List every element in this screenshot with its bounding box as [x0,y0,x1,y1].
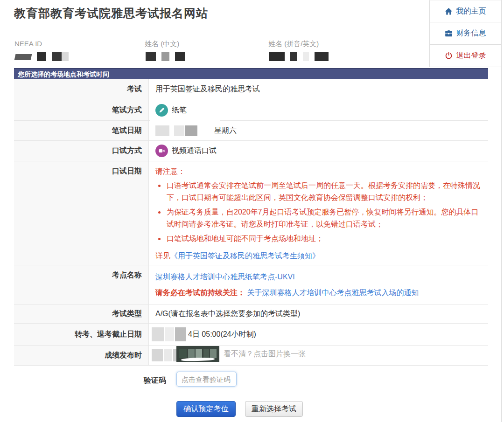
speaking-date-notice: 请注意： 口语考试通常会安排在笔试前一周至笔试后一周的任意一天。根据考务安排的需… [148,161,488,265]
written-date-redacted [155,125,169,136]
page: 教育部教育考试院雅思考试报名网站 我的主页 财务信息 退出登录 NEEA ID … [0,0,504,422]
booking-table: 您所选择的考场地点和考试时间 考试 用于英国签证及移民的雅思考试 笔试方式 纸笔… [14,68,488,366]
home-icon [445,7,453,15]
menu-item-label: 财务信息 [456,28,486,38]
written-mode-value: 纸笔 [172,105,187,115]
captcha-redacted [179,349,187,358]
exam-label: 考试 [14,79,148,100]
captcha-redacted [210,349,217,358]
reselect-exam-button[interactable]: 重新选择考试 [245,401,303,417]
menu-item-label: 退出登录 [456,51,486,61]
table-row-speaking-date: 口试日期 请注意： 口语考试通常会安排在笔试前一周至笔试后一周的任意一天。根据考… [14,161,488,265]
name-en-label: 姓名 (拼音/英文) [268,40,319,48]
written-date-redacted [185,125,197,136]
score-release-redacted [152,349,163,361]
deadline-redacted [165,327,174,341]
venue-value-cell: 深圳赛格人才培训中心雅思纸笔考点-UKVI 请务必在考试前持续关注： 关于深圳赛… [148,265,488,304]
page-title: 教育部教育考试院雅思考试报名网站 [14,6,208,21]
written-date-weekday: 星期六 [214,126,237,136]
speaking-date-label: 口试日期 [14,161,148,265]
score-release-label: 成绩发布时 [14,346,148,365]
redaction-patch [150,119,220,122]
written-date-label: 笔试日期 [14,121,148,140]
venue-alert-prefix: 请务必在考试前持续关注： [155,289,245,297]
deadline-redacted [152,327,164,341]
captcha-redacted [188,349,195,358]
menu-item-label: 我的主页 [456,7,486,16]
table-row-exam: 考试 用于英国签证及移民的雅思考试 [14,79,488,100]
captcha-redacted [203,349,209,358]
written-date-redacted [174,125,184,136]
neea-id-value-redacted [15,52,69,61]
table-row-speaking-mode: 口试方式 视频通话口试 [14,141,488,161]
captcha-refresh-hint[interactable]: 看不清？点击图片换一张 [224,349,306,359]
booking-table-header: 您所选择的考场地点和考试时间 [14,68,488,79]
menu-item-finance-info[interactable]: 财务信息 [429,22,501,45]
table-row-venue: 考点名称 深圳赛格人才培训中心雅思纸笔考点-UKVI 请务必在考试前持续关注： … [14,265,488,304]
transfer-deadline-value: 4日 05:00(24小时制) [188,330,256,339]
table-row-written-mode: 笔试方式 纸笔 [14,100,488,121]
notice-bullet-list: 口语考试通常会安排在笔试前一周至笔试后一周的任意一天。根据考务安排的需要，在特殊… [166,180,482,245]
confirm-booking-button[interactable]: 确认预定考位 [176,401,236,417]
name-cn-value-redacted [146,52,185,61]
table-row-written-date: 笔试日期 星期六 [14,121,488,141]
briefcase-icon [445,29,453,37]
menu-item-logout[interactable]: 退出登录 [429,45,501,67]
table-row-exam-type: 考试类型 A/G(请在报名表中选择您要参加的考试类型) [14,304,488,324]
notice-bullet: 口笔试场地和地址可能不同于考点场地和地址； [166,233,482,245]
exam-type-value: A/G(请在报名表中选择您要参加的考试类型) [148,304,488,323]
captcha-redacted [196,349,202,358]
page-right-border [501,0,502,422]
notice-bullet: 口语考试通常会安排在笔试前一周至笔试后一周的任意一天。根据考务安排的需要，在特殊… [166,180,482,204]
speaking-mode-value: 视频通话口试 [172,146,217,156]
name-en-value-redacted [269,52,329,61]
video-camera-icon [155,145,168,157]
see-also-line: 详见《用于英国签证及移民的雅思考试考生须知》 [155,251,482,261]
written-mode-label: 笔试方式 [14,100,148,120]
power-icon [445,52,453,60]
captcha-input[interactable] [176,372,237,387]
venue-link[interactable]: 深圳赛格人才培训中心雅思纸笔考点-UKVI [155,273,295,281]
notice-block: 请注意： 口语考试通常会安排在笔试前一周至笔试后一周的任意一天。根据考务安排的需… [155,167,482,261]
exam-value: 用于英国签证及移民的雅思考试 [148,79,488,100]
pencil-icon [155,104,168,117]
candidate-notes-link[interactable]: 《用于英国签证及移民的雅思考试考生须知》 [170,252,320,260]
venue-entry-notice-link[interactable]: 关于深圳赛格人才培训中心考点雅思考试入场的通知 [247,289,419,297]
written-date-value-cell: 星期六 [148,121,488,140]
speaking-mode-value-cell: 视频通话口试 [148,141,488,161]
deadline-redacted [175,327,186,341]
table-row-transfer-deadline: 转考、退考截止日期 4日 05:00(24小时制) [14,324,488,346]
notice-title: 请注意： [155,167,482,177]
captcha-label: 验证码 [144,376,166,386]
transfer-deadline-value-cell: 4日 05:00(24小时制) [148,324,488,345]
transfer-deadline-label: 转考、退考截止日期 [14,324,148,345]
venue-label: 考点名称 [14,265,148,304]
neea-id-label: NEEA ID [14,40,42,48]
captcha-image[interactable] [176,346,219,362]
exam-type-label: 考试类型 [14,304,148,323]
speaking-mode-label: 口试方式 [14,141,148,161]
name-cn-label: 姓名 (中文) [145,40,179,48]
see-also-prefix: 详见 [155,252,170,260]
written-mode-value-cell: 纸笔 [148,100,488,120]
top-menu: 我的主页 财务信息 退出登录 [429,0,501,67]
menu-item-my-home[interactable]: 我的主页 [429,0,501,22]
score-release-redacted [164,349,172,361]
notice-bullet: 为保证考务质量，自2020年7月起口语考试预定服务已暂停，恢复时间将另行通知。您… [166,206,482,231]
